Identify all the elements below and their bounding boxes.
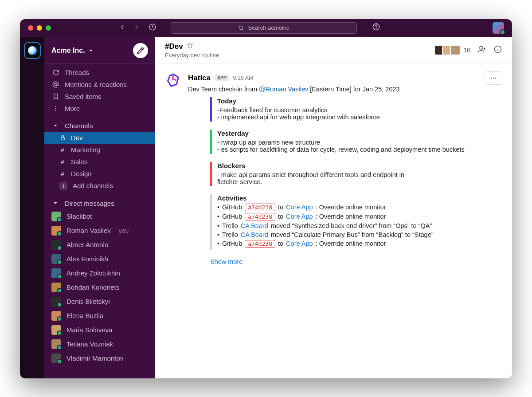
svg-rect-8 — [61, 137, 64, 139]
svg-point-11 — [491, 77, 492, 79]
channel-sales[interactable]: # Sales — [44, 156, 155, 168]
dm-item[interactable]: Denis Biletskyi — [44, 295, 155, 309]
board-link[interactable]: CA Board — [241, 231, 268, 238]
channel-dev[interactable]: Dev — [44, 132, 155, 144]
board-link[interactable]: CA Board — [241, 222, 268, 229]
user-avatar[interactable] — [493, 22, 504, 34]
activity-target-link[interactable]: Core App — [286, 240, 313, 247]
window-close-button[interactable] — [28, 25, 33, 31]
app-avatar — [165, 71, 183, 89]
activity-target-link[interactable]: Core App — [286, 204, 313, 211]
channel-design[interactable]: # Design — [44, 168, 155, 180]
workspace-icon — [28, 46, 37, 55]
app-window: Search acmeinc Acme Inc. — [20, 19, 512, 378]
dm-avatar — [51, 268, 61, 278]
svg-point-4 — [54, 83, 57, 86]
message-blocks: Today -Feedback fixed for customer analy… — [188, 97, 502, 250]
window-minimize-button[interactable] — [37, 25, 42, 31]
main-panel: #Dev Everyday dev routine 10 — [155, 37, 512, 378]
channel-marketing[interactable]: # Marketing — [44, 144, 155, 156]
dm-item[interactable]: Vladimir Mamontov — [44, 351, 155, 366]
bullet: • — [217, 231, 219, 238]
hash-icon: # — [59, 170, 66, 177]
bullet: • — [217, 204, 219, 211]
bullet: • — [217, 213, 219, 220]
dm-name: Maria Soloveva — [66, 326, 112, 334]
svg-point-12 — [493, 77, 494, 79]
sidebar-item-label: Saved items — [65, 93, 102, 100]
block-activities: Activities •GitHuba74d238toCore App : Ov… — [210, 194, 502, 250]
dm-item[interactable]: Tetiana Vozniak — [44, 337, 155, 351]
bookmark-icon — [51, 93, 59, 100]
activity-row: •GitHuba74d238toCore App : Override onli… — [217, 213, 502, 220]
mentions-icon — [51, 81, 59, 88]
dm-name: Tetiana Vozniak — [66, 340, 113, 348]
sidebar-top-section: Threads Mentions & reactions Saved items… — [44, 64, 155, 117]
sidebar-item-more[interactable]: More — [44, 102, 155, 114]
threads-icon — [51, 69, 59, 76]
nav-back-button[interactable] — [118, 23, 126, 33]
search-placeholder: Search acmeinc — [248, 24, 289, 31]
add-member-button[interactable] — [477, 45, 486, 55]
svg-point-5 — [55, 106, 56, 107]
workspace-header[interactable]: Acme Inc. — [44, 37, 155, 64]
dm-avatar — [51, 339, 61, 349]
dm-name: Abner Antonio — [66, 241, 108, 248]
app-badge: APP — [215, 75, 229, 81]
search-input[interactable]: Search acmeinc — [171, 22, 357, 34]
block-title: Yesterday — [217, 130, 502, 137]
traffic-lights — [28, 25, 51, 31]
channels-header[interactable]: Channels — [44, 120, 155, 132]
window-maximize-button[interactable] — [46, 25, 51, 31]
sidebar-item-saved[interactable]: Saved items — [44, 90, 155, 102]
block-yesterday: Yesterday - rwrap up api params new stru… — [210, 130, 502, 154]
activity-service: GitHub — [222, 204, 242, 211]
bullet: • — [217, 222, 219, 229]
member-avatars[interactable]: 10 — [437, 45, 470, 55]
sidebar-item-threads[interactable]: Threads — [44, 67, 155, 79]
dm-item[interactable]: Slackbot — [44, 209, 155, 224]
add-channels-button[interactable]: + Add channels — [44, 180, 155, 192]
workspace-name: Acme Inc. — [51, 47, 85, 55]
block-today: Today -Feedback fixed for customer analy… — [210, 97, 502, 122]
message-actions-button[interactable] — [485, 71, 502, 85]
dm-item[interactable]: Bohdan Kononets — [44, 280, 155, 295]
dm-item[interactable]: Elena Buzila — [44, 309, 155, 323]
dm-avatar — [51, 297, 61, 307]
dms-header[interactable]: Direct messages — [44, 197, 155, 209]
message-sender[interactable]: Hatica — [188, 74, 211, 83]
dm-item[interactable]: Abner Antonio — [44, 238, 155, 252]
block-line: - rwrap up api params new structure — [217, 139, 502, 146]
activity-service: GitHub — [222, 240, 242, 247]
help-button[interactable] — [372, 23, 380, 33]
svg-point-9 — [480, 46, 483, 49]
dm-item[interactable]: Roman Vasilevyou — [44, 224, 155, 238]
nav-forward-button[interactable] — [133, 23, 141, 33]
sidebar-item-mentions[interactable]: Mentions & reactions — [44, 79, 155, 90]
compose-button[interactable] — [133, 43, 148, 58]
activity-target-link[interactable]: Core App — [286, 213, 313, 220]
channel-label: Marketing — [71, 146, 100, 153]
more-icon — [51, 105, 59, 112]
show-more-button[interactable]: Show more — [210, 258, 502, 265]
ellipsis-icon — [489, 74, 497, 82]
commit-hash[interactable]: a74d238 — [245, 204, 275, 211]
sidebar-item-label: More — [65, 105, 80, 112]
history-button[interactable] — [149, 23, 156, 33]
channel-name[interactable]: #Dev — [165, 42, 183, 51]
svg-point-7 — [55, 110, 56, 110]
commit-hash[interactable]: a74d238 — [245, 213, 275, 220]
activity-row: •GitHuba74d238toCore App : Override onli… — [217, 204, 502, 211]
dm-item[interactable]: Andrey Zolotukhin — [44, 266, 155, 280]
dm-item[interactable]: Alex Fominikh — [44, 252, 155, 266]
channel-info-button[interactable] — [493, 45, 502, 55]
workspace-switcher[interactable] — [24, 42, 41, 59]
svg-point-1 — [239, 26, 243, 29]
commit-hash[interactable]: a74d238 — [245, 240, 275, 248]
section-label: Channels — [65, 122, 93, 130]
block-blockers: Blockers - make api params strict throug… — [210, 162, 502, 186]
mention-link[interactable]: @Roman Vasilev — [259, 86, 308, 93]
hash-icon: # — [59, 146, 66, 153]
star-icon[interactable] — [187, 42, 193, 51]
dm-item[interactable]: Maria Soloveva — [44, 323, 155, 337]
